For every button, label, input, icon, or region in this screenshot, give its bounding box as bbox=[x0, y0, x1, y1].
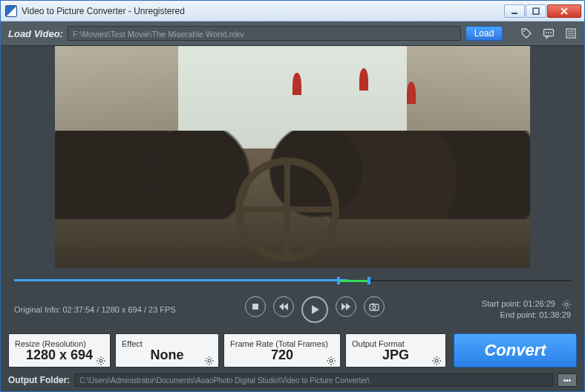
output-folder-label: Output Folder: bbox=[8, 375, 70, 385]
load-video-row: Load Video: F:\Movies\Test Movie\The Mis… bbox=[1, 22, 584, 46]
framerate-value: 720 bbox=[230, 348, 334, 363]
convert-button[interactable]: Convert bbox=[454, 333, 577, 368]
playback-controls bbox=[185, 296, 445, 323]
controls-row: Original Info: 02:37:54 / 1280 x 694 / 2… bbox=[1, 296, 584, 330]
svg-point-15 bbox=[330, 359, 333, 362]
start-point-label: Start point: bbox=[482, 299, 521, 308]
resize-gear-icon[interactable] bbox=[97, 355, 105, 364]
points-settings-icon[interactable] bbox=[562, 300, 571, 309]
svg-point-5 bbox=[548, 32, 549, 33]
svg-point-14 bbox=[208, 359, 211, 362]
start-point-value: 01:26:29 bbox=[523, 299, 555, 308]
load-button[interactable]: Load bbox=[465, 26, 503, 41]
svg-point-4 bbox=[546, 32, 547, 33]
list-icon[interactable] bbox=[565, 27, 577, 39]
video-path-field[interactable]: F:\Movies\Test Movie\The Miserable World… bbox=[68, 26, 461, 41]
svg-rect-1 bbox=[533, 8, 539, 14]
svg-point-13 bbox=[99, 359, 102, 362]
framerate-label: Frame Rate (Total Frames) bbox=[230, 339, 334, 348]
minimize-button[interactable] bbox=[504, 4, 525, 18]
framerate-card[interactable]: Frame Rate (Total Frames) 720 bbox=[223, 333, 341, 368]
window-buttons bbox=[504, 4, 581, 18]
video-area bbox=[1, 46, 584, 296]
toolbar-icons bbox=[520, 27, 577, 39]
seek-progress bbox=[14, 279, 348, 281]
maximize-button[interactable] bbox=[526, 4, 546, 18]
svg-rect-11 bbox=[372, 304, 374, 305]
app-window: Video to Picture Converter - Unregistere… bbox=[0, 0, 585, 392]
stop-button[interactable] bbox=[245, 296, 266, 317]
resize-label: Resize (Resolution) bbox=[15, 339, 104, 348]
in-out-points: Start point: 01:26:29 End point: 01:38:2… bbox=[452, 298, 571, 321]
seek-bar[interactable] bbox=[14, 272, 571, 290]
svg-point-6 bbox=[550, 32, 552, 33]
svg-point-10 bbox=[373, 306, 376, 309]
prev-frame-button[interactable] bbox=[273, 296, 294, 317]
browse-output-button[interactable]: ••• bbox=[558, 373, 577, 387]
snapshot-button[interactable] bbox=[364, 296, 385, 317]
svg-point-16 bbox=[435, 359, 438, 362]
format-value: JPG bbox=[352, 348, 439, 363]
next-frame-button[interactable] bbox=[336, 296, 356, 317]
original-info: Original Info: 02:37:54 / 1280 x 694 / 2… bbox=[14, 305, 177, 314]
effect-card[interactable]: Effect None bbox=[115, 333, 219, 368]
end-point-label: End point: bbox=[500, 310, 537, 319]
resize-card[interactable]: Resize (Resolution) 1280 x 694 bbox=[8, 333, 111, 368]
selection-range[interactable] bbox=[337, 277, 370, 284]
output-folder-path[interactable]: C:\Users\Administrator\Documents\AoaoPho… bbox=[74, 373, 553, 387]
format-label: Output Format bbox=[352, 339, 439, 348]
close-button[interactable] bbox=[547, 4, 581, 18]
effect-value: None bbox=[122, 348, 212, 363]
format-gear-icon[interactable] bbox=[432, 355, 441, 364]
svg-point-2 bbox=[523, 30, 525, 32]
play-button[interactable] bbox=[301, 296, 328, 323]
load-video-label: Load Video: bbox=[8, 28, 63, 39]
settings-cards: Resize (Resolution) 1280 x 694 Effect No… bbox=[1, 330, 584, 368]
effect-label: Effect bbox=[122, 339, 212, 348]
titlebar: Video to Picture Converter - Unregistere… bbox=[1, 1, 584, 22]
svg-point-12 bbox=[565, 303, 568, 306]
framerate-gear-icon[interactable] bbox=[327, 355, 336, 364]
window-title: Video to Picture Converter - Unregistere… bbox=[22, 6, 504, 16]
svg-rect-0 bbox=[512, 13, 517, 14]
svg-rect-8 bbox=[252, 304, 258, 310]
resize-value: 1280 x 694 bbox=[15, 348, 104, 363]
end-point-value: 01:38:29 bbox=[539, 310, 571, 319]
video-preview[interactable] bbox=[55, 46, 530, 268]
app-body: Load Video: F:\Movies\Test Movie\The Mis… bbox=[1, 22, 584, 391]
format-card[interactable]: Output Format JPG bbox=[345, 333, 446, 368]
effect-gear-icon[interactable] bbox=[205, 355, 214, 364]
app-icon bbox=[5, 5, 17, 17]
tag-icon[interactable] bbox=[520, 27, 532, 39]
output-folder-row: Output Folder: C:\Users\Administrator\Do… bbox=[1, 368, 584, 391]
comment-icon[interactable] bbox=[543, 27, 555, 39]
